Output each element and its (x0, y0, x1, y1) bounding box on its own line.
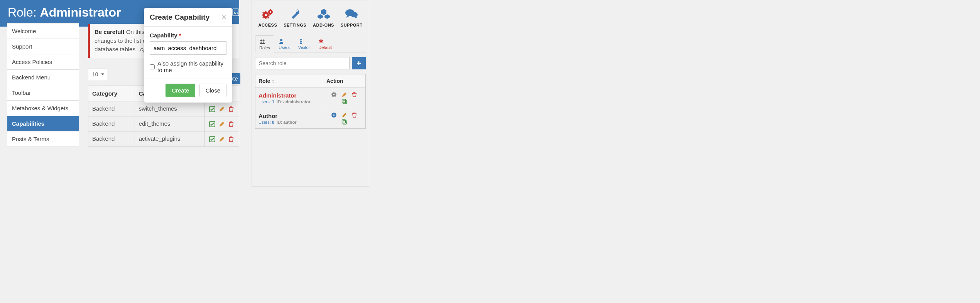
role-name: Administrator (259, 92, 320, 99)
assign-to-me-checkbox[interactable] (150, 64, 155, 70)
svg-point-11 (263, 40, 265, 42)
nav-capabilities[interactable]: Capabilities (7, 116, 79, 131)
svg-point-10 (260, 40, 262, 42)
svg-point-7 (270, 11, 271, 13)
nav-metaboxes[interactable]: Metaboxes & Widgets (7, 101, 79, 116)
capability-input[interactable] (150, 41, 226, 55)
nav-support[interactable]: Support (7, 39, 79, 54)
close-icon[interactable]: × (221, 13, 226, 22)
code-icon[interactable] (232, 8, 239, 16)
role-row[interactable]: Author Users: 0; ID: author (255, 108, 366, 129)
pencil-icon[interactable] (341, 92, 348, 98)
trash-icon[interactable] (228, 106, 234, 112)
role-search-input[interactable] (255, 57, 350, 69)
roles-table: Role Action Administrator Users: 1; ID: … (255, 74, 366, 129)
chat-icon (341, 7, 363, 20)
subtab-roles[interactable]: Roles (255, 35, 274, 52)
svg-rect-21 (342, 120, 345, 123)
subtab-users[interactable]: Users (274, 35, 294, 52)
role-actions (323, 108, 366, 129)
th-role[interactable]: Role (255, 74, 323, 88)
pencil-icon[interactable] (219, 121, 225, 127)
subtab-visitor[interactable]: Visitor (294, 35, 314, 52)
svg-rect-17 (342, 99, 345, 103)
svg-point-12 (280, 39, 282, 41)
svg-point-19 (333, 114, 335, 116)
cell-category: Backend (88, 116, 135, 131)
asterisk-icon (318, 39, 332, 44)
header-value: Administrator (40, 5, 121, 19)
svg-rect-16 (343, 100, 346, 104)
role-search-row (255, 57, 366, 69)
top-icon-row: ACCESSSETTINGSADD-ONSSUPPORT (255, 4, 366, 32)
th-action: Action (323, 74, 366, 88)
nav-posts-terms[interactable]: Posts & Terms (7, 131, 79, 146)
wrench-icon (284, 7, 306, 20)
cell-capability: edit_themes (135, 116, 204, 131)
modal-body: Capability * Also assign this capability… (144, 27, 232, 79)
check-icon[interactable] (209, 136, 215, 142)
svg-rect-20 (343, 121, 346, 124)
role-meta: Users: 1; ID: administrator (259, 99, 320, 104)
svg-point-5 (265, 14, 267, 16)
pencil-icon[interactable] (219, 106, 225, 112)
user-icon (279, 39, 290, 44)
cell-actions (204, 101, 239, 116)
person-icon (298, 39, 310, 44)
modal-title: Create Capability (150, 13, 210, 22)
table-row: Backend edit_themes (88, 116, 239, 131)
nav-backend-menu[interactable]: Backend Menu (7, 70, 79, 85)
add-role-button[interactable] (352, 57, 366, 69)
check-icon[interactable] (209, 106, 215, 112)
modal-footer: Create Close (144, 79, 232, 103)
assign-to-me-row[interactable]: Also assign this capability to me (150, 60, 226, 73)
nav-toolbar[interactable]: Toolbar (7, 85, 79, 101)
clone-icon[interactable] (341, 99, 348, 105)
gear-cluster-button[interactable]: ACCESS (258, 7, 277, 27)
clone-icon[interactable] (341, 119, 348, 125)
gear-icon[interactable] (331, 112, 337, 118)
subtab-row: RolesUsersVisitorDefault (255, 35, 366, 52)
role-name: Author (259, 113, 320, 119)
close-button[interactable]: Close (199, 84, 226, 97)
cubes-button[interactable]: ADD-ONS (313, 7, 334, 27)
capability-label: Capability * (150, 32, 226, 39)
cell-category: Backend (88, 101, 135, 116)
trash-icon[interactable] (228, 136, 234, 142)
cell-actions (204, 116, 239, 131)
sidebar-nav: Welcome Support Access Policies Backend … (7, 23, 79, 147)
wrench-button[interactable]: SETTINGS (284, 7, 306, 27)
trash-icon[interactable] (351, 92, 358, 98)
nav-access-policies[interactable]: Access Policies (7, 54, 79, 70)
gear-cluster-icon (258, 7, 277, 20)
gear-icon[interactable] (331, 92, 337, 98)
subtab-default[interactable]: Default (314, 35, 336, 52)
check-icon[interactable] (209, 121, 215, 127)
cell-actions (204, 131, 239, 146)
page-size-select[interactable]: 10 (88, 69, 107, 80)
role-row[interactable]: Administrator Users: 1; ID: administrato… (255, 88, 366, 108)
role-cell: Administrator Users: 1; ID: administrato… (255, 88, 323, 108)
svg-point-9 (351, 12, 358, 17)
trash-icon[interactable] (228, 121, 234, 127)
role-meta: Users: 0; ID: author (259, 120, 320, 125)
cell-capability: activate_plugins (135, 131, 204, 146)
create-capability-modal: Create Capability × Capability * Also as… (144, 8, 232, 103)
pencil-icon[interactable] (219, 136, 225, 142)
chat-button[interactable]: SUPPORT (341, 7, 363, 27)
table-row: Backend activate_plugins (88, 131, 239, 146)
right-panel: ACCESSSETTINGSADD-ONSSUPPORT RolesUsersV… (252, 0, 369, 187)
modal-header: Create Capability × (144, 8, 232, 27)
create-button[interactable]: Create (166, 84, 195, 97)
warning-strong: Be careful! (95, 29, 125, 35)
th-category[interactable]: Category (88, 86, 135, 101)
users-group-icon (259, 39, 270, 44)
role-cell: Author Users: 0; ID: author (255, 108, 323, 129)
table-row: Backend switch_themes (88, 101, 239, 116)
svg-point-15 (333, 94, 335, 95)
header-label: Role: (8, 5, 40, 19)
pencil-icon[interactable] (341, 112, 348, 118)
trash-icon[interactable] (351, 112, 358, 118)
svg-point-13 (300, 39, 302, 40)
nav-welcome[interactable]: Welcome (7, 24, 79, 39)
